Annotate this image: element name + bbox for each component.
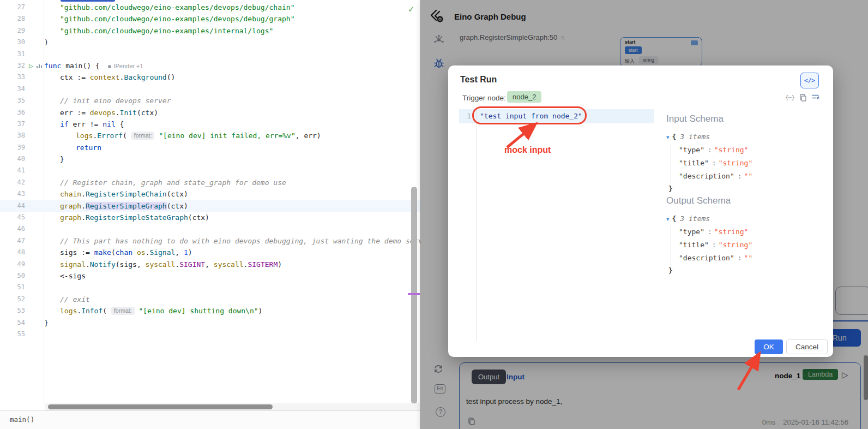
line-number: 44 [0,200,25,212]
screen: 27"github.com/cloudwego/eino-examples/de… [0,0,868,429]
schema-row: "type":"string" [679,225,824,239]
run-icon[interactable]: ▷ [29,60,33,72]
line-number: 29 [0,25,25,37]
schema-row: "title":"string" [679,157,824,170]
collapse-icon[interactable]: ▾ [666,216,670,222]
breadcrumb-bar: main() [0,410,420,429]
items-count: 3 items [680,133,710,141]
code-line[interactable]: 46 [0,223,420,235]
line-number: 36 [0,107,25,118]
line-number: 45 [0,212,25,223]
code-line[interactable]: 44graph.RegisterSimpleGraph(ctx) [0,200,420,212]
code-line[interactable]: 53logs.Infof( format: "[eino dev] shutti… [0,305,420,317]
code-line[interactable]: 49signal.Notify(sigs, syscall.SIGINT, sy… [0,259,420,270]
line-number: 43 [0,188,25,200]
editor-horizontal-scrollbar[interactable] [48,404,273,409]
code-line[interactable]: 38logs.Errorf( format: "[eino dev] init … [0,130,420,141]
code-line[interactable]: 27"github.com/cloudwego/eino-examples/de… [0,2,420,13]
items-count: 3 items [680,214,710,223]
code-line[interactable]: 47// This part has nothing to do with ei… [0,235,420,247]
open-brace: { [672,214,677,223]
input-schema: Input Schema ▾{3 items "type":"string" "… [666,114,824,195]
code-line[interactable]: 41 [0,165,420,176]
line-number: 48 [0,247,25,258]
code-line[interactable]: 52// exit [0,294,420,305]
line-number: 34 [0,84,25,95]
line-number: 49 [0,259,25,270]
code-line[interactable]: 35// init eino devops server [0,95,420,106]
close-brace: } [668,265,824,277]
line-number: 35 [0,95,25,106]
ok-arrow-annotation [731,349,769,396]
line-number: 32 [0,60,25,72]
code-mode-button[interactable]: </> [800,73,819,88]
line-number: 33 [0,72,25,83]
trigger-node-badge: node_2 [507,91,541,103]
line-number: 39 [0,142,25,153]
line-number: 37 [0,118,25,130]
code-line[interactable]: 34 [0,84,420,95]
editor-line-number: 1 [463,112,471,120]
code-line[interactable]: 37if err != nil { [0,118,420,130]
input-schema-title: Input Schema [666,114,824,124]
code-line[interactable]: 39return [0,142,420,153]
code-line[interactable]: 48sigs := make(chan os.Signal, 1) [0,247,420,258]
schema-row: "title":"string" [679,239,824,252]
collapse-icon[interactable]: ▾ [666,134,670,140]
line-number: 27 [0,2,25,13]
line-number: 31 [0,49,25,60]
inspections-ok-icon: ✓ [408,4,415,14]
editor-gutter-border [476,109,477,341]
line-number: 42 [0,177,25,188]
code-line[interactable]: 45graph.RegisterSimpleStateGraph(ctx) [0,212,420,223]
code-editor: 27"github.com/cloudwego/eino-examples/de… [0,0,420,429]
code-line[interactable]: 33ctx := context.Background() [0,72,420,83]
output-schema: Output Schema ▾{3 items "type":"string" … [666,195,824,277]
code-line[interactable]: 51 [0,282,420,293]
braces-tool-icon[interactable]: {⋯} [785,94,794,101]
line-number: 51 [0,282,25,293]
line-number: 28 [0,13,25,25]
line-number: 54 [0,317,25,329]
schema-row: "description":"" [679,170,824,183]
trigger-node-label: Trigger node: [462,94,506,102]
line-number: 30 [0,37,25,48]
editor-vertical-scrollbar[interactable] [411,187,417,404]
cancel-button[interactable]: Cancel [786,339,828,354]
copy-tool-icon[interactable] [799,94,807,103]
code-line[interactable]: 36err := devops.Init(ctx) [0,107,420,118]
profiler-icon[interactable] [37,64,42,68]
code-line[interactable]: 31 [0,49,420,60]
line-number: 53 [0,305,25,317]
code-line[interactable]: 30) [0,37,420,48]
code-line[interactable]: 54} [0,317,420,329]
schema-row: "description":"" [679,252,824,265]
open-brace: { [672,133,677,141]
code-line[interactable]: 50<-sigs [0,270,420,282]
line-number: 50 [0,270,25,282]
line-number: 41 [0,165,25,176]
code-line[interactable]: 40} [0,153,420,165]
schema-row: "type":"string" [679,144,824,157]
line-number: 38 [0,130,25,141]
line-number: 47 [0,235,25,247]
code-line[interactable]: 28"github.com/cloudwego/eino-examples/de… [0,13,420,25]
scrollbar-caret-marker [408,293,420,295]
code-line[interactable]: 42// Register chain, graph and state_gra… [0,177,420,188]
output-schema-title: Output Schema [666,195,824,206]
code-line[interactable]: 32▷func main() { IPender +1 [0,60,420,72]
code-lines[interactable]: 27"github.com/cloudwego/eino-examples/de… [0,2,420,340]
line-number: 40 [0,153,25,165]
close-brace: } [668,183,824,195]
line-number: 46 [0,223,25,235]
modal-title: Test Run [460,75,497,85]
line-number: 52 [0,294,25,305]
format-tool-icon[interactable] [811,93,819,102]
editor-horizontal-scrollbar-track [45,403,420,410]
line-number: 55 [0,329,25,340]
code-line[interactable]: 29"github.com/cloudwego/eino-examples/in… [0,25,420,37]
code-line[interactable]: 55 [0,329,420,340]
code-line[interactable]: 43chain.RegisterSimpleChain(ctx) [0,188,420,200]
mock-input-label-annotation: mock input [504,145,551,155]
breadcrumb[interactable]: main() [10,415,34,424]
